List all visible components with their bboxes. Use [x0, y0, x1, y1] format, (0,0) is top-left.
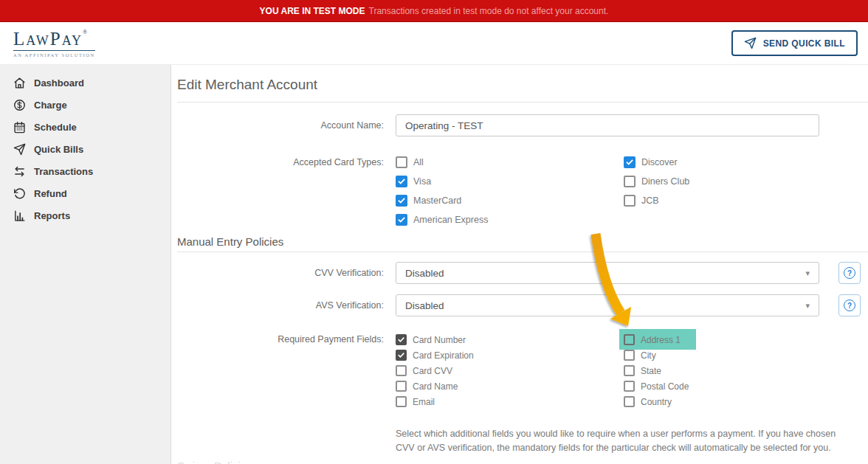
checkbox-all[interactable]	[396, 156, 407, 168]
sidebar-nav: DashboardChargeScheduleQuick BillsTransa…	[0, 65, 171, 464]
checkbox-label: Country	[641, 397, 672, 407]
account-name-input[interactable]	[396, 114, 819, 136]
divider	[177, 102, 868, 103]
checkbox-label: MasterCard	[413, 195, 461, 206]
checkbox-email[interactable]	[396, 396, 407, 407]
checkbox-label: Address 1	[641, 335, 681, 345]
question-icon: ?	[844, 267, 855, 279]
sidebar-item-dashboard[interactable]: Dashboard	[0, 72, 170, 94]
checkbox-label: American Express	[413, 215, 488, 225]
checkbox-card-expiration[interactable]	[396, 350, 407, 361]
checkbox-row-visa[interactable]: Visa	[396, 172, 624, 191]
checkbox-row-country[interactable]: Country	[624, 394, 852, 409]
test-mode-message: Transactions created in test mode do not…	[369, 6, 609, 16]
checkbox-american-express[interactable]	[396, 214, 407, 226]
logo-text: LawPay®	[13, 30, 95, 51]
card-types-column-left: AllVisaMasterCardAmerican Express	[396, 153, 624, 229]
avs-help-button[interactable]: ?	[838, 294, 861, 316]
sidebar-item-transactions[interactable]: Transactions	[0, 160, 170, 182]
section-title-next: Swiper Policies	[177, 460, 868, 464]
checkbox-row-state[interactable]: State	[624, 363, 852, 378]
checkbox-label: State	[641, 366, 661, 376]
checkbox-row-card-expiration[interactable]: Card Expiration	[396, 347, 624, 363]
checkbox-label: Visa	[413, 176, 431, 187]
checkbox-label: All	[413, 157, 424, 167]
checkbox-mastercard[interactable]	[396, 195, 407, 207]
sidebar-item-refund[interactable]: Refund	[0, 182, 170, 204]
checkbox-label: Postal Code	[641, 381, 689, 392]
checkbox-label: Card Number	[413, 335, 466, 345]
checkbox-row-discover[interactable]: Discover	[624, 153, 852, 172]
chevron-down-icon: ▾	[805, 301, 810, 311]
undo-icon	[13, 187, 26, 200]
calendar-icon	[13, 121, 26, 134]
checkbox-jcb[interactable]	[624, 195, 636, 207]
checkbox-visa[interactable]	[396, 176, 407, 187]
checkbox-row-card-number[interactable]: Card Number	[396, 332, 624, 347]
checkbox-card-number[interactable]	[396, 334, 407, 345]
sidebar-item-label: Schedule	[34, 122, 77, 133]
bar-chart-icon	[13, 210, 26, 222]
checkbox-row-city[interactable]: City	[624, 347, 852, 363]
checkbox-label: Card CVV	[413, 366, 452, 376]
divider	[177, 252, 868, 252]
cvv-verification-value: Disabled	[405, 268, 444, 279]
sidebar-item-label: Charge	[34, 100, 67, 111]
cvv-help-button[interactable]: ?	[838, 262, 861, 284]
sidebar-item-label: Quick Bills	[34, 144, 83, 155]
checkbox-row-all[interactable]: All	[396, 153, 624, 172]
test-mode-banner: YOU ARE IN TEST MODE Transactions create…	[0, 0, 868, 22]
avs-verification-value: Disabled	[405, 300, 444, 311]
required-payment-fields-label: Required Payment Fields:	[177, 332, 384, 347]
checkbox-card-cvv[interactable]	[396, 365, 407, 376]
checkbox-row-postal-code[interactable]: Postal Code	[624, 378, 852, 394]
checkbox-label: Card Name	[413, 381, 458, 392]
checkbox-row-american-express[interactable]: American Express	[396, 210, 624, 229]
help-text-row: Select which additional fields you would…	[177, 427, 868, 455]
checkbox-row-jcb[interactable]: JCB	[624, 191, 852, 210]
checkbox-row-card-cvv[interactable]: Card CVV	[396, 363, 624, 378]
checkbox-row-mastercard[interactable]: MasterCard	[396, 191, 624, 210]
sidebar-item-charge[interactable]: Charge	[0, 94, 170, 116]
checkbox-diners-club[interactable]	[624, 176, 636, 187]
top-header: LawPay® AN AFFINIPAY SOLUTION SEND QUICK…	[0, 22, 868, 65]
required-payment-fields-row: Required Payment Fields: Card NumberCard…	[177, 332, 868, 409]
checkbox-row-address-1[interactable]: Address 1	[624, 332, 852, 347]
send-quick-bill-button[interactable]: SEND QUICK BILL	[731, 30, 858, 56]
send-quick-bill-label: SEND QUICK BILL	[763, 38, 845, 49]
lawpay-logo[interactable]: LawPay® AN AFFINIPAY SOLUTION	[13, 30, 95, 58]
checkbox-row-card-name[interactable]: Card Name	[396, 378, 624, 394]
checkbox-label: Card Expiration	[413, 350, 474, 361]
account-name-label: Account Name:	[177, 120, 384, 131]
checkbox-discover[interactable]	[624, 156, 636, 168]
avs-verification-select[interactable]: Disabled ▾	[396, 294, 819, 316]
checkbox-city[interactable]	[624, 350, 635, 361]
registered-mark: ®	[83, 29, 87, 35]
sidebar-item-reports[interactable]: Reports	[0, 204, 170, 226]
checkbox-row-diners-club[interactable]: Diners Club	[624, 172, 852, 191]
checkbox-card-name[interactable]	[396, 381, 407, 392]
avs-verification-label: AVS Verification:	[177, 300, 384, 311]
checkbox-row-email[interactable]: Email	[396, 394, 624, 409]
checkbox-label: Discover	[641, 157, 678, 167]
cvv-verification-label: CVV Verification:	[177, 268, 384, 278]
logo-tagline: AN AFFINIPAY SOLUTION	[13, 52, 95, 58]
checkbox-label: Email	[413, 397, 435, 407]
sidebar-item-label: Reports	[34, 210, 70, 221]
sidebar-item-label: Refund	[34, 188, 67, 199]
checkbox-postal-code[interactable]	[624, 381, 635, 392]
checkbox-label: JCB	[641, 195, 659, 206]
sidebar-item-quick-bills[interactable]: Quick Bills	[0, 138, 170, 160]
card-types-column-right: DiscoverDiners ClubJCB	[624, 153, 852, 229]
transfer-arrows-icon	[13, 165, 26, 178]
chevron-down-icon: ▾	[805, 269, 810, 278]
checkbox-country[interactable]	[624, 396, 635, 407]
sidebar-item-schedule[interactable]: Schedule	[0, 116, 170, 138]
home-icon	[13, 77, 26, 89]
cvv-verification-select[interactable]: Disabled ▾	[396, 262, 819, 284]
accepted-card-types-row: Accepted Card Types: AllVisaMasterCardAm…	[177, 153, 868, 229]
page-title: Edit Merchant Account	[177, 77, 868, 93]
checkbox-address-1[interactable]	[624, 334, 635, 345]
checkbox-label: Diners Club	[641, 176, 689, 187]
checkbox-state[interactable]	[624, 365, 635, 376]
